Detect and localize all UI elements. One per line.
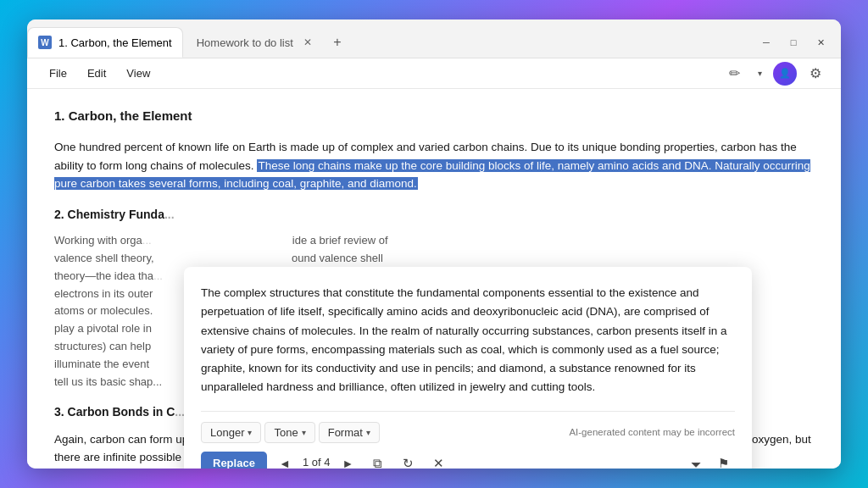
longer-chevron-icon: ▾ [248,428,252,437]
prev-suggestion-button[interactable]: ◄ [274,452,296,469]
longer-dropdown[interactable]: Longer ▾ [201,422,261,443]
format-chevron-icon: ▾ [366,428,370,437]
longer-label: Longer [210,426,244,439]
close-button[interactable]: ✕ [810,32,831,53]
minimize-button[interactable]: ─ [756,32,776,53]
right-actions: 🞃 ⚑ [684,452,735,469]
pencil-icon[interactable]: ✏ [722,62,746,86]
chevron-down-icon[interactable]: ▾ [753,62,766,86]
format-label: Format [328,426,363,439]
tab-homework-label: Homework to do list [197,36,293,49]
avatar[interactable]: 👤 [773,62,797,86]
tone-dropdown[interactable]: Tone ▾ [264,422,314,443]
menu-edit[interactable]: Edit [79,64,114,83]
toolbar-right: ✏ ▾ 👤 ⚙ [722,62,827,86]
tab-homework[interactable]: Homework to do list ✕ [186,27,326,58]
suggestion-counter: 1 of 4 [303,454,331,469]
refresh-icon[interactable]: ↻ [396,452,420,469]
replace-button[interactable]: Replace [201,452,267,469]
para-1: One hundred percent of known life on Ear… [54,138,814,193]
word-icon: W [38,36,52,49]
heading-1: 1. Carbon, the Element [54,106,814,126]
tone-label: Tone [274,426,298,439]
next-suggestion-button[interactable]: ► [337,452,359,469]
tab-carbon-label: 1. Carbon, the Element [58,36,172,49]
document: 1. Carbon, the Element One hundred perce… [27,89,841,469]
ai-notice: AI-generated content may be incorrect [569,424,735,440]
thumbsdown-icon[interactable]: 🞃 [684,452,708,469]
new-tab-button[interactable]: + [326,30,349,54]
heading-2: 2. Chemistry Funda... [54,205,814,224]
copy-icon[interactable]: ⧉ [365,452,389,469]
popup-text: The complex structures that constitute t… [201,284,735,397]
ai-rewrite-popup: The complex structures that constitute t… [184,267,752,469]
menu-bar: File Edit View ✏ ▾ 👤 ⚙ [27,58,841,89]
settings-icon[interactable]: ⚙ [804,62,827,86]
window-controls: ─ □ ✕ [756,32,841,58]
popup-actions: Replace ◄ 1 of 4 ► ⧉ ↻ ✕ 🞃 ⚑ [201,452,735,469]
popup-toolbar: Longer ▾ Tone ▾ Format ▾ AI-generated co… [201,411,735,443]
tab-close-icon[interactable]: ✕ [300,35,315,50]
menu-file[interactable]: File [41,64,75,83]
flag-icon[interactable]: ⚑ [711,452,735,469]
close-popup-icon[interactable]: ✕ [426,452,450,469]
title-bar: W 1. Carbon, the Element Homework to do … [27,19,841,58]
tab-carbon[interactable]: W 1. Carbon, the Element [27,27,183,58]
content-area: 1. Carbon, the Element One hundred perce… [27,89,841,469]
app-window: W 1. Carbon, the Element Homework to do … [27,19,841,469]
maximize-button[interactable]: □ [783,32,804,53]
format-dropdown[interactable]: Format ▾ [319,422,380,443]
tone-chevron-icon: ▾ [302,428,306,437]
menu-view[interactable]: View [118,64,159,83]
